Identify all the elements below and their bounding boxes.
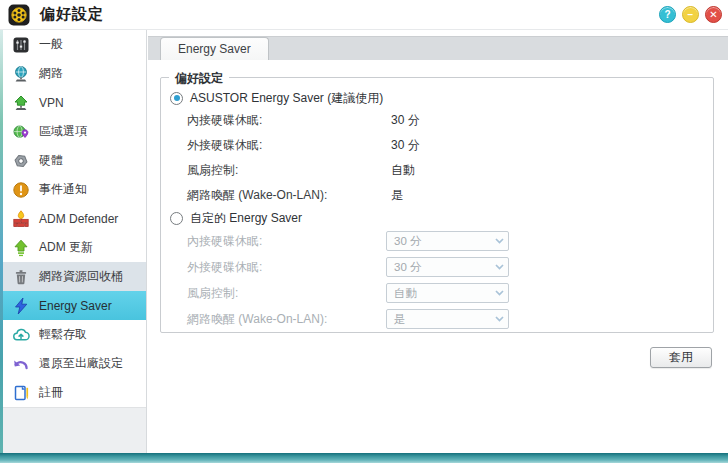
sidebar-item-label: 事件通知 (39, 181, 87, 198)
custom-wake-on-lan-row: 網路喚醒 (Wake-On-LAN): 是 (161, 306, 713, 332)
sidebar-item-label: VPN (39, 96, 64, 110)
lightning-icon (12, 297, 30, 315)
preferences-window: 偏好設定 ? − ✕ 一般 (0, 0, 728, 465)
sidebar-item-hardware[interactable]: 硬體 (3, 146, 146, 175)
sidebar-item-network-recycle-bin[interactable]: 網路資源回收桶 (3, 262, 146, 291)
custom-external-disk-row: 外接硬碟休眠: 30 分 (161, 254, 713, 280)
external-disk-select[interactable]: 30 分 (386, 257, 509, 277)
tab-energy-saver[interactable]: Energy Saver (160, 37, 269, 60)
sidebar-item-adm-defender[interactable]: ADM Defender (3, 204, 146, 233)
close-button[interactable]: ✕ (705, 6, 722, 23)
radio-unselected-icon[interactable] (170, 212, 183, 225)
row-label: 網路喚醒 (Wake-On-LAN): (187, 311, 386, 328)
external-disk-hibernation-row: 外接硬碟休眠: 30 分 (161, 133, 713, 158)
tab-strip: Energy Saver (148, 36, 728, 60)
row-label: 內接硬碟休眠: (187, 233, 386, 250)
sidebar-item-regional-options[interactable]: 區域選項 (3, 117, 146, 146)
sidebar-item-label: ADM Defender (39, 212, 118, 226)
chevron-down-icon (495, 316, 504, 322)
sidebar-item-adm-update[interactable]: ADM 更新 (3, 233, 146, 262)
sidebar-item-label: 區域選項 (39, 123, 87, 140)
sidebar-item-energy-saver[interactable]: Energy Saver (3, 291, 146, 320)
chevron-down-icon (495, 290, 504, 296)
fieldset-legend: 偏好設定 (169, 70, 229, 87)
internal-disk-hibernation-row: 內接硬碟休眠: 30 分 (161, 108, 713, 133)
firewall-icon (12, 210, 30, 228)
custom-energy-saver-radio-row[interactable]: 自定的 Energy Saver (161, 208, 713, 228)
sidebar-item-network[interactable]: 網路 (3, 59, 146, 88)
sidebar-filler (3, 407, 146, 453)
sidebar-item-vpn[interactable]: VPN (3, 88, 146, 117)
update-arrow-icon (12, 239, 30, 257)
sidebar-item-label: 註冊 (39, 384, 63, 401)
desktop-left-sliver (0, 30, 3, 453)
preferences-fieldset: 偏好設定 ASUSTOR Energy Saver (建議使用) 內接硬碟休眠:… (160, 77, 714, 333)
sidebar-item-ez-access[interactable]: 輕鬆存取 (3, 320, 146, 349)
title-bar: 偏好設定 ? − ✕ (0, 0, 728, 30)
register-clipboard-icon (12, 384, 30, 402)
row-value: 30 分 (391, 112, 420, 129)
sidebar-item-event-notification[interactable]: 事件通知 (3, 175, 146, 204)
custom-internal-disk-row: 內接硬碟休眠: 30 分 (161, 228, 713, 254)
asustor-radio-label: ASUSTOR Energy Saver (建議使用) (190, 90, 383, 107)
minimize-button[interactable]: − (682, 6, 699, 23)
desktop-bottom-strip (0, 453, 728, 463)
row-label: 風扇控制: (187, 285, 386, 302)
sidebar-item-label: ADM 更新 (39, 239, 93, 256)
window-controls: ? − ✕ (659, 6, 722, 23)
sidebar-item-label: 網路資源回收桶 (39, 268, 123, 285)
row-value: 30 分 (391, 137, 420, 154)
fan-control-select[interactable]: 自動 (386, 283, 509, 303)
sidebar-item-label: Energy Saver (39, 299, 112, 313)
sidebar-item-label: 輕鬆存取 (39, 326, 87, 343)
window-title: 偏好設定 (40, 5, 104, 24)
custom-radio-label: 自定的 Energy Saver (190, 210, 302, 227)
notification-icon (12, 181, 30, 199)
chevron-down-icon (495, 264, 504, 270)
vpn-icon (12, 94, 30, 112)
sidebar-item-general[interactable]: 一般 (3, 30, 146, 59)
radio-selected-icon[interactable] (170, 92, 183, 105)
sidebar-item-label: 一般 (39, 36, 63, 53)
internal-disk-select[interactable]: 30 分 (386, 231, 509, 251)
row-value: 自動 (391, 162, 415, 179)
restore-arrow-icon (12, 355, 30, 373)
region-pin-icon (12, 123, 30, 141)
hardware-nut-icon (12, 152, 30, 170)
general-icon (12, 36, 30, 54)
sidebar-item-restore-factory[interactable]: 還原至出廠設定 (3, 349, 146, 378)
row-value: 是 (391, 187, 403, 204)
recycle-bin-icon (12, 268, 30, 286)
sidebar-item-label: 還原至出廠設定 (39, 355, 123, 372)
sidebar-item-label: 硬體 (39, 152, 63, 169)
row-label: 外接硬碟休眠: (187, 259, 386, 276)
network-globe-icon (12, 65, 30, 83)
wake-on-lan-row: 網路喚醒 (Wake-On-LAN): 是 (161, 183, 713, 208)
custom-fan-control-row: 風扇控制: 自動 (161, 280, 713, 306)
row-label: 網路喚醒 (Wake-On-LAN): (187, 187, 391, 204)
main-panel: Energy Saver 偏好設定 ASUSTOR Energy Saver (… (148, 30, 728, 453)
fan-control-row: 風扇控制: 自動 (161, 158, 713, 183)
sidebar-item-registration[interactable]: 註冊 (3, 378, 146, 407)
asustor-energy-saver-radio-row[interactable]: ASUSTOR Energy Saver (建議使用) (161, 88, 713, 108)
row-label: 風扇控制: (187, 162, 391, 179)
cloud-access-icon (12, 326, 30, 344)
row-label: 內接硬碟休眠: (187, 112, 391, 129)
wake-on-lan-select[interactable]: 是 (386, 309, 509, 329)
apply-button[interactable]: 套用 (650, 347, 712, 368)
chevron-down-icon (495, 238, 504, 244)
sidebar-item-label: 網路 (39, 65, 63, 82)
preferences-app-icon (8, 4, 30, 26)
help-button[interactable]: ? (659, 6, 676, 23)
settings-sidebar: 一般 網路 VPN (3, 30, 147, 453)
row-label: 外接硬碟休眠: (187, 137, 391, 154)
